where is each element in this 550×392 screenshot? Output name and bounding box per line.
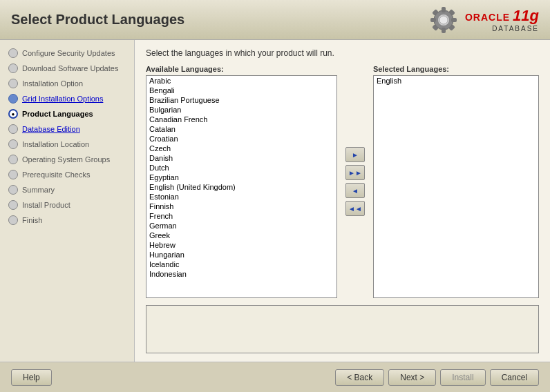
list-item[interactable]: Arabic	[146, 76, 336, 86]
step-icon-installation-option	[8, 79, 18, 88]
main-layout: Configure Security Updates Download Soft…	[0, 40, 550, 362]
list-item[interactable]: Indonesian	[146, 269, 336, 279]
selected-languages-listbox[interactable]: English	[373, 75, 539, 298]
selected-languages-panel: Selected Languages: English	[373, 65, 539, 298]
oracle-logo: ORACLE 11g DATABASE	[426, 3, 539, 37]
list-item[interactable]: Bulgarian	[146, 105, 336, 115]
list-item[interactable]: Canadian French	[146, 115, 336, 124]
step-icon-download	[8, 63, 18, 73]
sidebar-item-install-location: Installation Location	[0, 137, 134, 152]
transfer-buttons: ► ►► ◄ ◄◄	[343, 65, 368, 298]
svg-point-10	[439, 16, 448, 24]
list-item[interactable]: Hebrew	[146, 240, 336, 250]
footer-left: Help	[11, 369, 52, 386]
step-icon-grid	[8, 94, 18, 104]
svg-rect-5	[451, 18, 457, 22]
sidebar: Configure Security Updates Download Soft…	[0, 40, 135, 362]
list-item[interactable]: Czech	[146, 144, 336, 153]
sidebar-item-product-languages: ● Product Languages	[0, 106, 134, 121]
next-button[interactable]: Next >	[388, 369, 436, 386]
add-one-button[interactable]: ►	[345, 147, 365, 162]
step-icon-finish	[8, 215, 18, 225]
list-item[interactable]: German	[146, 221, 336, 231]
footer: Help < Back Next > Install Cancel	[0, 362, 550, 392]
list-item[interactable]: Catalan	[146, 124, 336, 134]
help-button[interactable]: Help	[11, 369, 52, 386]
step-icon-product-languages: ●	[8, 109, 18, 119]
list-item[interactable]: Bengali	[146, 86, 336, 95]
back-button[interactable]: < Back	[335, 369, 384, 386]
svg-rect-3	[442, 28, 446, 33]
sidebar-item-database-edition[interactable]: Database Edition	[0, 121, 134, 137]
step-icon-security	[8, 48, 18, 58]
sidebar-item-prereq-checks: Prerequisite Checks	[0, 167, 134, 182]
cancel-button[interactable]: Cancel	[490, 369, 539, 386]
svg-rect-4	[430, 18, 436, 22]
list-item[interactable]: Icelandic	[146, 259, 336, 269]
step-icon-prereq	[8, 170, 18, 179]
notes-area	[146, 305, 539, 353]
list-item[interactable]: Egyptian	[146, 173, 336, 182]
step-icon-os-groups	[8, 155, 18, 164]
list-item[interactable]: Brazilian Portuguese	[146, 95, 336, 105]
gear-icon	[426, 3, 461, 37]
sidebar-item-download: Download Software Updates	[0, 61, 134, 76]
available-languages-panel: Available Languages: ArabicBengaliBrazil…	[146, 65, 337, 298]
step-icon-database-edition	[8, 124, 18, 134]
list-item[interactable]: Hungarian	[146, 250, 336, 259]
list-item[interactable]: English (United Kingdom)	[146, 182, 336, 192]
available-languages-label: Available Languages:	[146, 65, 337, 73]
list-item[interactable]: Croatian	[146, 134, 336, 144]
footer-right: < Back Next > Install Cancel	[335, 369, 539, 386]
sidebar-item-install-product: Install Product	[0, 197, 134, 213]
step-icon-install-location	[8, 139, 18, 149]
remove-all-button[interactable]: ◄◄	[345, 201, 365, 216]
selected-languages-label: Selected Languages:	[373, 65, 539, 73]
database-label: DATABASE	[492, 25, 539, 32]
step-icon-install-product	[8, 200, 18, 210]
install-button: Install	[440, 369, 485, 386]
list-item[interactable]: Estonian	[146, 192, 336, 202]
sidebar-item-os-groups: Operating System Groups	[0, 152, 134, 167]
list-item[interactable]: Greek	[146, 231, 336, 240]
add-all-button[interactable]: ►►	[345, 165, 365, 180]
svg-rect-2	[442, 7, 446, 12]
sidebar-item-installation-option: Installation Option	[0, 76, 134, 91]
list-item[interactable]: Dutch	[146, 163, 336, 173]
version-text: 11g	[513, 7, 539, 25]
list-item[interactable]: French	[146, 211, 336, 221]
oracle-brand-text: ORACLE	[465, 12, 510, 23]
sidebar-item-finish: Finish	[0, 213, 134, 228]
languages-container: Available Languages: ArabicBengaliBrazil…	[146, 65, 539, 298]
list-item[interactable]: Danish	[146, 153, 336, 163]
content-area: Select the languages in which your produ…	[135, 40, 550, 362]
list-item[interactable]: English	[374, 76, 538, 86]
content-description: Select the languages in which your produ…	[146, 48, 539, 58]
list-item[interactable]: Finnish	[146, 202, 336, 211]
sidebar-item-security: Configure Security Updates	[0, 46, 134, 61]
sidebar-item-grid-installation[interactable]: Grid Installation Options	[0, 91, 134, 106]
remove-one-button[interactable]: ◄	[345, 183, 365, 198]
step-icon-summary	[8, 185, 18, 195]
header: Select Product Languages ORACLE 11g	[0, 0, 550, 40]
available-languages-listbox[interactable]: ArabicBengaliBrazilian PortugueseBulgari…	[146, 75, 337, 298]
sidebar-item-summary: Summary	[0, 182, 134, 197]
page-title: Select Product Languages	[11, 12, 184, 28]
